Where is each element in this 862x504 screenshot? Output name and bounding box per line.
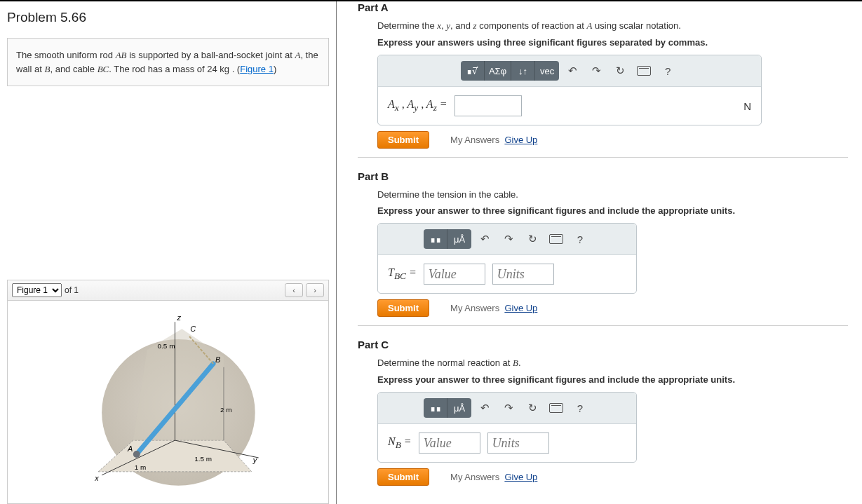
redo-button[interactable]: ↷ [498, 398, 519, 418]
part-a-toolbar: ∎√̅ ΑΣφ ↓↑ vec ↶ ↷ ↻ ? [378, 55, 761, 87]
svg-text:C: C [190, 325, 196, 333]
greek-button[interactable]: ΑΣφ [485, 61, 511, 81]
keyboard-icon [549, 403, 563, 413]
part-a-unit: N [743, 100, 751, 112]
part-a-input[interactable] [454, 95, 522, 116]
my-answers-link[interactable]: My Answers [450, 303, 499, 313]
part-c-title: Part C [358, 339, 848, 350]
undo-button[interactable]: ↶ [474, 398, 495, 418]
redo-button[interactable]: ↷ [498, 229, 519, 249]
units-button[interactable]: μÅ [447, 398, 471, 418]
part-a-submit-button[interactable]: Submit [377, 131, 429, 149]
figure-prev-button[interactable]: ‹ [285, 283, 303, 297]
part-c: Part C Determine the normal reaction at … [358, 339, 848, 486]
part-c-answer-box: ∎∎ μÅ ↶ ↷ ↻ ? NB = [377, 392, 637, 463]
undo-button[interactable]: ↶ [562, 61, 583, 81]
part-a-title: Part A [358, 1, 848, 13]
part-c-value-input[interactable] [419, 433, 480, 454]
part-b-instructions: Express your answer to three significant… [377, 205, 848, 216]
reset-button[interactable]: ↻ [522, 398, 543, 418]
my-answers-link[interactable]: My Answers [450, 472, 499, 482]
part-b-toolbar: ∎∎ μÅ ↶ ↷ ↻ ? [378, 224, 636, 255]
reset-button[interactable]: ↻ [522, 229, 543, 249]
axis-z-label: z [176, 313, 181, 322]
templates-button[interactable]: ∎√̅ [461, 61, 485, 81]
problem-title: Problem 5.66 [7, 10, 329, 25]
figure-toolbar: Figure 1 of 1 ‹ › [7, 280, 329, 301]
part-b: Part B Determine the tension in the cabl… [358, 170, 848, 326]
keyboard-button[interactable] [546, 398, 567, 418]
help-button[interactable]: ? [570, 229, 591, 249]
part-b-submit-button[interactable]: Submit [377, 299, 429, 317]
svg-text:2 m: 2 m [220, 406, 232, 414]
part-b-units-input[interactable] [492, 264, 554, 285]
figure-count: of 1 [65, 285, 79, 295]
keyboard-button[interactable] [546, 229, 567, 249]
keyboard-icon [637, 66, 651, 76]
vec-button[interactable]: vec [535, 61, 559, 81]
figure-select[interactable]: Figure 1 [12, 283, 62, 297]
left-panel: Problem 5.66 The smooth uniform rod AB i… [0, 1, 337, 504]
templates-button[interactable]: ∎∎ [424, 229, 447, 249]
svg-text:B: B [215, 355, 220, 364]
svg-point-7 [133, 451, 140, 458]
svg-text:0.5 m: 0.5 m [158, 342, 175, 350]
part-a: Part A Determine the x, y, and z compone… [358, 1, 848, 158]
help-button[interactable]: ? [657, 61, 678, 81]
part-b-lhs: TBC = [388, 266, 417, 282]
give-up-link[interactable]: Give Up [504, 135, 537, 145]
figure-image: z y x A B C 0.5 m 2 m 1.5 m 1 m [7, 301, 329, 504]
svg-text:1.5 m: 1.5 m [194, 455, 212, 463]
figure-link[interactable]: Figure 1 [240, 64, 274, 74]
part-c-units-input[interactable] [487, 433, 549, 454]
figure-next-button[interactable]: › [306, 283, 324, 297]
part-c-submit-button[interactable]: Submit [377, 468, 429, 486]
part-c-instructions: Express your answer to three significant… [377, 374, 848, 385]
subscript-button[interactable]: ↓↑ [511, 61, 535, 81]
svg-text:A: A [127, 444, 133, 453]
svg-marker-2 [133, 329, 224, 440]
part-c-toolbar: ∎∎ μÅ ↶ ↷ ↻ ? [378, 393, 636, 424]
axis-y-label: y [252, 456, 257, 464]
part-b-value-input[interactable] [424, 264, 485, 285]
keyboard-icon [549, 234, 563, 244]
part-a-instructions: Express your answers using three signifi… [377, 37, 848, 48]
give-up-link[interactable]: Give Up [504, 472, 537, 482]
my-answers-link[interactable]: My Answers [450, 135, 499, 145]
part-b-prompt: Determine the tension in the cable. [377, 189, 848, 200]
keyboard-button[interactable] [633, 61, 654, 81]
part-b-title: Part B [358, 170, 848, 182]
give-up-link[interactable]: Give Up [504, 303, 537, 313]
help-button[interactable]: ? [570, 398, 591, 418]
undo-button[interactable]: ↶ [474, 229, 495, 249]
redo-button[interactable]: ↷ [586, 61, 607, 81]
reset-button[interactable]: ↻ [610, 61, 631, 81]
part-a-lhs: Ax , Ay , Az = [388, 98, 447, 114]
part-b-answer-box: ∎∎ μÅ ↶ ↷ ↻ ? TBC = [377, 223, 637, 294]
svg-text:1 m: 1 m [135, 463, 147, 471]
right-panel: Part A Determine the x, y, and z compone… [337, 1, 862, 504]
axis-x-label: x [94, 474, 99, 482]
problem-statement: The smooth uniform rod AB is supported b… [7, 38, 329, 86]
part-c-prompt: Determine the normal reaction at B. [377, 357, 848, 369]
part-a-answer-box: ∎√̅ ΑΣφ ↓↑ vec ↶ ↷ ↻ ? Ax , Ay , Az = [377, 55, 762, 125]
part-a-prompt: Determine the x, y, and z components of … [377, 20, 848, 32]
part-c-lhs: NB = [388, 435, 412, 451]
templates-button[interactable]: ∎∎ [424, 398, 447, 418]
units-button[interactable]: μÅ [447, 229, 471, 249]
